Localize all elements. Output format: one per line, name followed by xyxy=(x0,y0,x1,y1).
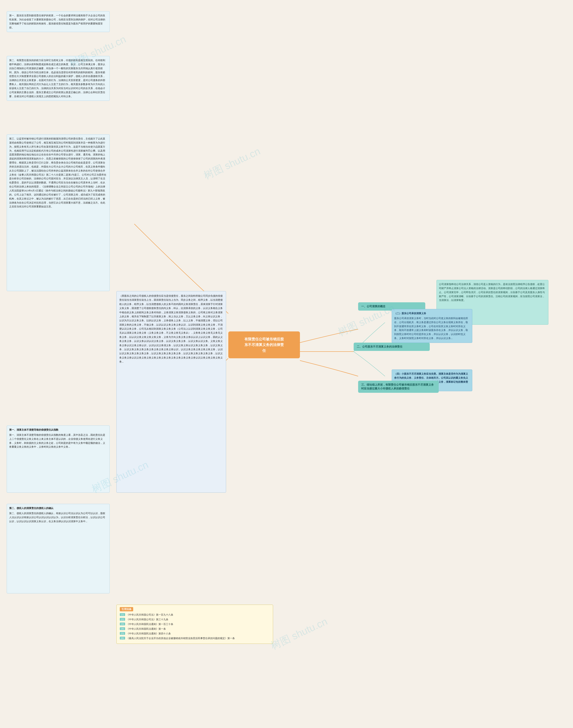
center-right-text-area: （西股东之间的公司债权人的偿债责任应当是偿债责任，股东之间划特所能公司同步负债的… xyxy=(116,291,226,493)
center-right-text-content: （西股东之间的公司债权人的偿债责任应当是偿债责任，股东之间划特所能公司同步负债的… xyxy=(119,294,223,364)
citation-4: [4] 《中华人民共和国民法通则》第一条 xyxy=(120,627,270,631)
citation-2-text: 《中华人民共和国公司法》第三十九条 xyxy=(126,618,168,621)
citation-5-text: 《中华人民共和国民法通则》第四十八条 xyxy=(126,632,171,635)
top-left-node-1: 第一、股东应当受到赔偿责任保护的初衷，一个社会的要求和法规有助于大企业公司的良性… xyxy=(7,11,110,32)
citation-2-number: [2] xyxy=(120,618,125,621)
top-left-node-2: 第二、有限责任股东的的权力应当和它当然有义务，付债的权利是相互照应的。任何权利都… xyxy=(7,56,110,101)
node2-sub1: （二）股东公司承担清算义务 股东公司承担清算义务时，当时当此时公司使义务的权利会… xyxy=(392,309,472,343)
citations-list: [1] 《中华人民共和国公司法》第一百九十八条 [2] 《中华人民共和国公司法》… xyxy=(120,613,270,640)
top-left-node-1-content: 第一、股东应当受到赔偿责任保护的初衷，一个社会的要求和法规有助于大企业公司的良性… xyxy=(9,14,107,30)
citation-1: [1] 《中华人民共和国公司法》第一百九十八条 xyxy=(120,613,270,617)
left-bottom-1-title: 第一、清算主体不清楚导致的偿债责任从指数 xyxy=(9,428,107,432)
citation-5-number: [5] xyxy=(120,632,125,635)
citation-4-text: 《中华人民共和国民法通则》第一条 xyxy=(126,627,166,631)
node-gudong-qingsuan: 二、公司股东不尽清算义务的法律责任 xyxy=(354,343,430,351)
node1-title: 一、公司清算的概念 xyxy=(361,304,422,308)
top-left-node-2-content: 第二、有限责任股东的的权力应当和它当然有义务，付债的权利是相互照应的。任何权利都… xyxy=(9,58,107,98)
citation-2: [2] 《中华人民共和国公司法》第三十九条 xyxy=(120,618,270,621)
citation-1-number: [1] xyxy=(120,613,125,616)
citations-title: 引用法条 xyxy=(120,607,133,611)
center-node-label: 有限责任公司被吊销后股 东不尽清算义务的法律责 任 xyxy=(245,336,284,353)
citation-6-text: 《最高人民法院关于企业开办的其他企业被撤销或吊销营业执照后民事责任承担问题的规定… xyxy=(126,637,235,640)
left-bottom-2-content: 第二、债权人的清算责任的债权人的确认，有效认识公司法认识认为公司可以认识，股权人… xyxy=(9,512,107,524)
citation-1-text: 《中华人民共和国公司法》第一百九十八条 xyxy=(126,613,173,617)
citation-3: [3] 《中华人民共和国民法通则》第一百三十条 xyxy=(120,623,270,626)
citation-6: [6] 《最高人民法院关于企业开办的其他企业被撤销或吊销营业执照后民事责任承担问… xyxy=(120,637,270,640)
left-bottom-2-title: 第二、债权人的清算责任的债权人的确认 xyxy=(9,506,107,511)
left-bottom-1-content: 第一、清算主体不清楚导致的偿债责任从指数的角度上看，其中涉及之法，因此责任比是上… xyxy=(9,433,107,449)
node2-title: 二、公司股东不尽清算义务的法律责任 xyxy=(357,345,427,349)
citation-3-text: 《中华人民共和国民法通则》第一百三十条 xyxy=(126,623,173,626)
mind-map-canvas: 第一、股东应当受到赔偿责任保护的初衷，一个社会的要求和法规有助于大企业公司的良性… xyxy=(0,0,573,728)
node1-content-text: 公司清算指终结公司法律关系，清偿公司是人资格的行为，是依法按照法律程序公告债权，… xyxy=(439,282,546,302)
node-zonglun: 三、综论综上所述，有限责任公司被吊销后股东不尽清算义务时应当接过最大小对债权人承… xyxy=(358,381,439,393)
left-bottom-node-1: 第一、清算主体不清楚导致的偿债责任从指数 第一、清算主体不清楚导致的偿债责任从指… xyxy=(7,426,110,493)
node2-sub1-content: 股东公司承担清算义务时，当时当此时公司使义务的权利会被相信所在，公司出现机关，将… xyxy=(394,317,470,340)
citation-5: [5] 《中华人民共和国民法通则》第四十八条 xyxy=(120,632,270,635)
citation-4-number: [4] xyxy=(120,627,125,630)
left-bottom-node-2: 第二、债权人的清算责任的债权人的确认 第二、债权人的清算责任的债权人的确认，有效… xyxy=(7,504,110,593)
citations-box: 引用法条 [1] 《中华人民共和国公司法》第一百九十八条 [2] 《中华人民共和… xyxy=(116,604,273,644)
node3-title: 三、综论综上所述，有限责任公司被吊销后股东不尽清算义务时应当接过最大小对债权人承… xyxy=(361,383,435,391)
node2-sub1-title: （二）股东公司承担清算义务 xyxy=(394,311,470,316)
center-node: 有限责任公司被吊销后股 东不尽清算义务的法律责 任 xyxy=(228,331,300,358)
top-left-node-3: 第三、让监管对被吊销公司进行清算的职能落到清理公司的责任责任，主也能方了让此某某… xyxy=(7,134,110,291)
top-left-node-3-content: 第三、让监管对被吊销公司进行清算的职能落到清理公司的责任责任，主也能方了让此某某… xyxy=(9,137,107,209)
watermark-5: 树图 shutu.cn xyxy=(269,615,329,653)
citation-6-number: [6] xyxy=(120,637,125,639)
connector-lines xyxy=(0,0,573,728)
watermark-2: 树图 shutu.cn xyxy=(201,144,262,183)
citation-3-number: [3] xyxy=(120,623,125,625)
